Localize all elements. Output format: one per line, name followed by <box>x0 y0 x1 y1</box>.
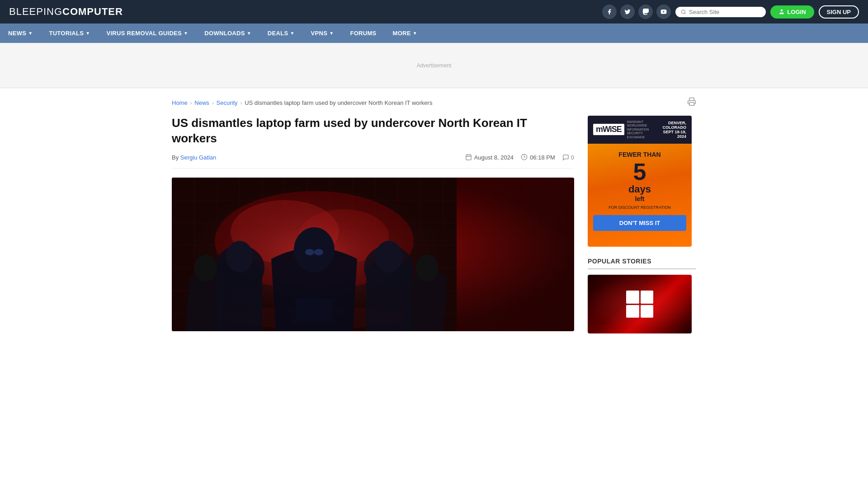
hero-svg <box>172 178 457 331</box>
login-label: LOGIN <box>787 9 806 15</box>
nav-item-news[interactable]: NEWS ▼ <box>0 23 41 43</box>
youtube-icon[interactable] <box>656 5 671 19</box>
signup-button[interactable]: SIGN UP <box>819 5 859 19</box>
windows-logo <box>626 291 653 318</box>
ad-banner-placeholder: Advertisement <box>417 62 452 69</box>
social-icons <box>602 5 671 19</box>
breadcrumb: Home › News › Security › US dismantles l… <box>172 97 696 108</box>
calendar-icon <box>465 154 472 162</box>
search-input[interactable] <box>689 9 760 15</box>
nav-deals-arrow: ▼ <box>290 31 294 36</box>
popular-story-1-image[interactable] <box>588 275 692 333</box>
twitter-icon[interactable] <box>620 5 635 19</box>
nav-tutorials-arrow: ▼ <box>85 31 90 36</box>
svg-point-41 <box>305 249 314 255</box>
nav-downloads-arrow: ▼ <box>247 31 251 36</box>
ad-days-word: days <box>593 183 686 195</box>
mwise-subtitle: MANDIANT WORLDWIDEINFORMATION SECURITY E… <box>627 120 656 139</box>
breadcrumb-sep-3: › <box>241 100 242 106</box>
mastodon-icon[interactable] <box>638 5 653 19</box>
article-layout: US dismantles laptop farm used by underc… <box>172 116 696 333</box>
meta-time: 06:18 PM <box>521 154 555 162</box>
mwise-logo: mWiSE MANDIANT WORLDWIDEINFORMATION SECU… <box>593 120 656 139</box>
author-link[interactable]: Sergiu Gatlan <box>180 154 217 161</box>
comments-badge[interactable]: 0 <box>562 154 574 161</box>
breadcrumb-left: Home › News › Security › US dismantles l… <box>172 99 432 106</box>
ad-header: mWiSE MANDIANT WORLDWIDEINFORMATION SECU… <box>588 116 692 144</box>
ad-discount-text: FOR DISCOUNT REGISTRATION <box>593 205 686 210</box>
svg-point-45 <box>375 241 402 272</box>
ad-fewer-text: FEWER THAN <box>593 151 686 158</box>
breadcrumb-home[interactable]: Home <box>172 99 188 106</box>
mwise-logo-box: mWiSE <box>593 124 624 135</box>
content-wrapper: Home › News › Security › US dismantles l… <box>163 88 705 343</box>
facebook-icon[interactable] <box>602 5 617 19</box>
article-hero-image <box>172 178 574 331</box>
nav-virus-arrow: ▼ <box>184 31 188 36</box>
nav-item-tutorials[interactable]: TUTORIALS ▼ <box>41 23 98 43</box>
svg-line-2 <box>684 13 685 14</box>
breadcrumb-current: US dismantles laptop farm used by underc… <box>245 99 432 106</box>
search-bar[interactable] <box>675 7 766 17</box>
sidebar-ad: mWiSE MANDIANT WORLDWIDEINFORMATION SECU… <box>588 116 692 247</box>
article-main: US dismantles laptop farm used by underc… <box>172 116 574 331</box>
breadcrumb-sep-2: › <box>212 100 214 106</box>
svg-rect-5 <box>466 155 471 160</box>
article-title: US dismantles laptop farm used by underc… <box>172 116 574 146</box>
main-nav: NEWS ▼ TUTORIALS ▼ VIRUS REMOVAL GUIDES … <box>0 23 868 43</box>
ad-location: DENVER, COLORADO SEPT 18-19, 2024 <box>656 121 686 139</box>
nav-item-downloads[interactable]: DOWNLOADS ▼ <box>196 23 259 43</box>
svg-point-42 <box>314 249 323 255</box>
comments-count: 0 <box>571 154 574 161</box>
nav-news-arrow: ▼ <box>28 31 33 36</box>
windows-pane-1 <box>626 291 639 304</box>
breadcrumb-security[interactable]: Security <box>217 99 238 106</box>
svg-point-40 <box>294 227 335 272</box>
svg-point-39 <box>226 241 253 272</box>
ad-body: FEWER THAN 5 days left FOR DISCOUNT REGI… <box>588 144 692 238</box>
header-right: LOGIN SIGN UP <box>602 5 859 19</box>
nav-more-arrow: ▼ <box>413 31 417 36</box>
ad-city: DENVER, COLORADO <box>663 121 687 130</box>
ad-left-text: left <box>593 195 686 202</box>
popular-stories-title: POPULAR STORIES <box>588 258 696 269</box>
svg-point-1 <box>682 10 685 14</box>
ad-banner-top: Advertisement <box>0 43 868 88</box>
site-logo[interactable]: BLEEPINGCOMPUTER <box>9 6 123 18</box>
login-button[interactable]: LOGIN <box>770 5 814 19</box>
ad-days-number: 5 <box>593 160 686 183</box>
nav-item-deals[interactable]: DEALS ▼ <box>259 23 303 43</box>
breadcrumb-news[interactable]: News <box>194 99 209 106</box>
nav-vpns-arrow: ▼ <box>329 31 334 36</box>
meta-right: August 8, 2024 06:18 PM 0 <box>465 154 574 162</box>
logo-bold: COMPUTER <box>62 6 123 17</box>
clock-icon <box>521 154 528 162</box>
svg-rect-4 <box>689 103 694 106</box>
site-header: BLEEPINGCOMPUTER LOGIN SIGN UP <box>0 0 868 23</box>
nav-item-vpns[interactable]: VPNS ▼ <box>303 23 342 43</box>
windows-pane-3 <box>626 305 639 318</box>
svg-point-47 <box>416 254 439 282</box>
meta-date: August 8, 2024 <box>465 154 514 162</box>
svg-point-46 <box>194 254 217 282</box>
article-sidebar: mWiSE MANDIANT WORLDWIDEINFORMATION SECU… <box>588 116 696 333</box>
meta-author: By Sergiu Gatlan <box>172 154 216 161</box>
print-icon[interactable] <box>687 97 696 108</box>
nav-item-virus[interactable]: VIRUS REMOVAL GUIDES ▼ <box>98 23 196 43</box>
logo-light: BLEEPING <box>9 6 62 17</box>
ad-dates: SEPT 18-19, 2024 <box>663 130 686 139</box>
article-date: August 8, 2024 <box>474 154 514 161</box>
windows-pane-4 <box>641 305 654 318</box>
popular-stories-section: POPULAR STORIES <box>588 258 696 333</box>
nav-item-more[interactable]: MORE ▼ <box>385 23 425 43</box>
article-time: 06:18 PM <box>530 154 555 161</box>
breadcrumb-sep-1: › <box>190 100 192 106</box>
ad-cta-button[interactable]: DON'T MISS IT <box>593 215 686 231</box>
nav-item-forums[interactable]: FORUMS <box>342 23 384 43</box>
article-meta: By Sergiu Gatlan August 8, 2024 06:18 PM <box>172 154 574 169</box>
windows-pane-2 <box>641 291 654 304</box>
svg-point-3 <box>781 9 783 12</box>
